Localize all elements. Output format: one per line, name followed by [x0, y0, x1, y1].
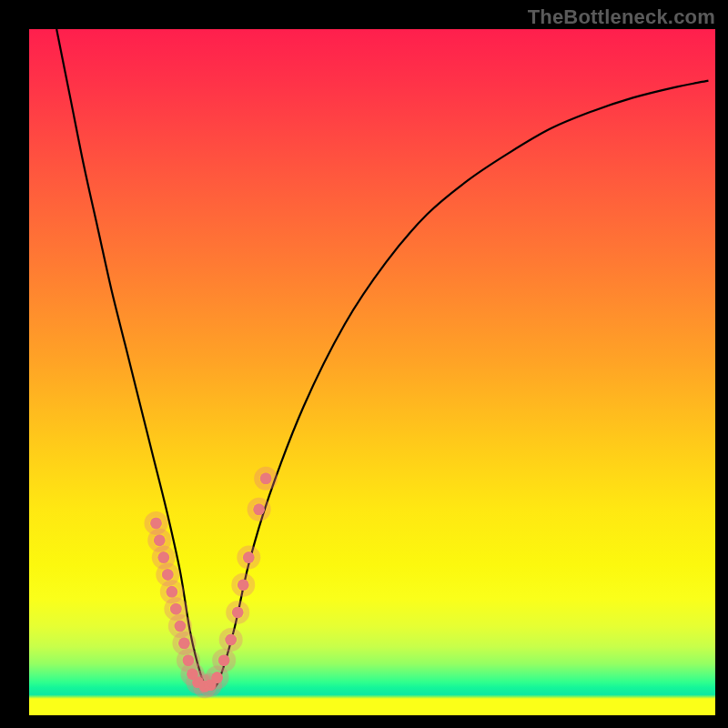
marker-dot: [260, 472, 272, 484]
marker-dot: [162, 569, 174, 581]
marker-dot: [211, 672, 223, 683]
marker-dot: [225, 634, 237, 646]
marker-dot: [170, 603, 182, 615]
marker-dot: [218, 654, 230, 666]
marker-dot: [253, 503, 265, 515]
marker-dot: [150, 517, 162, 529]
plot-area: [29, 29, 715, 715]
marker-dot: [232, 606, 244, 618]
marker-dot: [157, 551, 169, 563]
chart-svg: [29, 29, 715, 715]
watermark-label: TheBottleneck.com: [528, 5, 715, 29]
marker-dot: [178, 637, 190, 649]
marker-dot: [238, 579, 249, 591]
marker-dot: [154, 534, 166, 546]
marker-dot: [174, 620, 186, 632]
marker-dot: [166, 586, 177, 598]
marker-dot: [243, 551, 255, 563]
highlight-markers: [147, 470, 275, 695]
bottleneck-curve: [56, 29, 708, 690]
chart-frame: TheBottleneck.com: [0, 0, 728, 728]
